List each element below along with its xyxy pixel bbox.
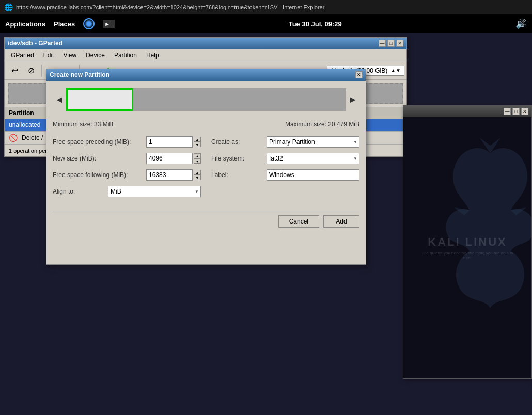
align-to-input-container: MiB Cylinder None — [108, 186, 201, 197]
cancel-button[interactable]: Cancel — [278, 215, 319, 228]
partition-visual-container: ◄ ► — [53, 87, 359, 113]
create-partition-dialog: Create new Partition ✕ ◄ ► — [46, 69, 366, 265]
partition-green-block — [66, 88, 133, 111]
partition-arrow-left[interactable]: ◄ — [53, 94, 66, 105]
free-space-preceding-down[interactable]: ▼ — [194, 142, 201, 147]
kali-window: — □ ✕ KALI LINUX The quieter you become,… — [403, 105, 532, 379]
form-right: Create as: Primary Partition Extended Pa… — [211, 136, 359, 202]
dialog-body: ◄ ► Minimum size: 33 MiB Maximum size: 2… — [46, 81, 366, 234]
kali-dragon-svg — [439, 127, 531, 334]
create-as-input-container: Primary Partition Extended Partition Log… — [267, 136, 359, 148]
new-size-up[interactable]: ▲ — [194, 153, 201, 158]
kali-maximize-btn[interactable]: □ — [512, 108, 520, 115]
free-space-preceding-row: Free space preceding (MiB): ▲ ▼ — [53, 136, 201, 148]
free-space-preceding-up[interactable]: ▲ — [194, 137, 201, 142]
taskbar-volume-icon[interactable]: 🔊 — [515, 18, 527, 29]
free-space-following-down[interactable]: ▼ — [194, 175, 201, 180]
min-size-label: Minimum size: 33 MiB — [53, 121, 113, 128]
taskbar-left: Applications Places ▶_ — [5, 18, 115, 29]
dialog-close-btn[interactable]: ✕ — [355, 71, 363, 78]
taskbar-terminal-icon[interactable]: ▶_ — [103, 20, 115, 28]
taskbar: Applications Places ▶_ Tue 30 Jul, 09:29… — [0, 14, 532, 33]
label-input[interactable] — [267, 169, 359, 181]
dialog-buttons: Cancel Add — [53, 211, 359, 228]
gparted-window: /dev/sdb - GParted — □ ✕ GParted Edit Vi… — [4, 37, 407, 157]
kali-logo: KALI LINUX — [416, 235, 519, 249]
free-space-following-label: Free space following (MiB): — [53, 171, 146, 179]
create-as-select[interactable]: Primary Partition Extended Partition Log… — [267, 136, 359, 148]
taskbar-applications[interactable]: Applications — [5, 20, 45, 28]
file-system-label: File system: — [211, 155, 267, 162]
max-size-label: Maximum size: 20,479 MiB — [285, 121, 359, 128]
form-left: Free space preceding (MiB): ▲ ▼ — [53, 136, 201, 202]
browser-icon: 🌐 — [4, 3, 13, 11]
taskbar-globe-icon[interactable] — [83, 18, 95, 29]
kali-bg: KALI LINUX The quieter you become, the m… — [403, 117, 531, 378]
free-space-preceding-input-container: ▲ ▼ — [146, 136, 201, 148]
label-row: Label: — [211, 169, 359, 181]
free-space-preceding-label: Free space preceding (MiB): — [53, 138, 146, 146]
new-size-input-container: ▲ ▼ — [146, 153, 201, 164]
taskbar-places[interactable]: Places — [54, 20, 75, 28]
free-space-preceding-spinner: ▲ ▼ — [194, 137, 201, 147]
file-system-select[interactable]: fat32 ext4 ntfs — [267, 153, 359, 164]
new-size-down[interactable]: ▼ — [194, 158, 201, 164]
label-input-container — [267, 169, 359, 181]
align-to-select[interactable]: MiB Cylinder None — [108, 186, 201, 197]
align-to-label: Align to: — [53, 188, 108, 195]
kali-titlebar: — □ ✕ — [403, 106, 531, 117]
form-section: Free space preceding (MiB): ▲ ▼ — [53, 136, 359, 202]
dialog-titlebar: Create new Partition ✕ — [46, 69, 366, 81]
label-label: Label: — [211, 171, 267, 179]
create-as-select-wrapper: Primary Partition Extended Partition Log… — [267, 136, 359, 148]
add-button[interactable]: Add — [323, 215, 359, 228]
file-system-select-wrapper: fat32 ext4 ntfs — [267, 153, 359, 164]
create-as-label: Create as: — [211, 138, 267, 146]
kali-close-btn[interactable]: ✕ — [521, 108, 528, 115]
browser-title-bar: 🌐 https://www.practice-labs.com/?client=… — [0, 0, 532, 14]
dialog-titlebar-buttons: ✕ — [355, 71, 363, 78]
new-size-label: New size (MiB): — [53, 155, 146, 162]
free-space-following-spinner: ▲ ▼ — [194, 170, 201, 180]
file-system-row: File system: fat32 ext4 ntfs — [211, 153, 359, 164]
new-size-input[interactable] — [146, 153, 193, 164]
file-system-input-container: fat32 ext4 ntfs — [267, 153, 359, 164]
partition-visual — [66, 88, 346, 111]
align-to-row: Align to: MiB Cylinder None — [53, 186, 201, 197]
free-space-following-input[interactable] — [146, 169, 193, 181]
dialog-title: Create new Partition — [50, 71, 109, 78]
new-size-row: New size (MiB): ▲ ▼ — [53, 153, 201, 164]
create-as-row: Create as: Primary Partition Extended Pa… — [211, 136, 359, 148]
free-space-following-row: Free space following (MiB): ▲ ▼ — [53, 169, 201, 181]
kali-tagline: The quieter you become, the more you are… — [416, 251, 519, 260]
partition-arrow-right[interactable]: ► — [346, 94, 359, 105]
taskbar-clock: Tue 30 Jul, 09:29 — [123, 20, 507, 28]
size-info: Minimum size: 33 MiB Maximum size: 20,47… — [53, 121, 359, 128]
dialog-backdrop: Create new Partition ✕ ◄ ► — [5, 38, 406, 156]
browser-title: https://www.practice-labs.com/?client=ht… — [16, 4, 324, 10]
kali-minimize-btn[interactable]: — — [504, 108, 511, 115]
align-to-select-wrapper: MiB Cylinder None — [108, 186, 201, 197]
desktop: /dev/sdb - GParted — □ ✕ GParted Edit Vi… — [0, 33, 532, 415]
free-space-preceding-input[interactable] — [146, 136, 193, 148]
new-size-spinner: ▲ ▼ — [194, 153, 201, 164]
free-space-following-up[interactable]: ▲ — [194, 170, 201, 175]
free-space-following-input-container: ▲ ▼ — [146, 169, 201, 181]
